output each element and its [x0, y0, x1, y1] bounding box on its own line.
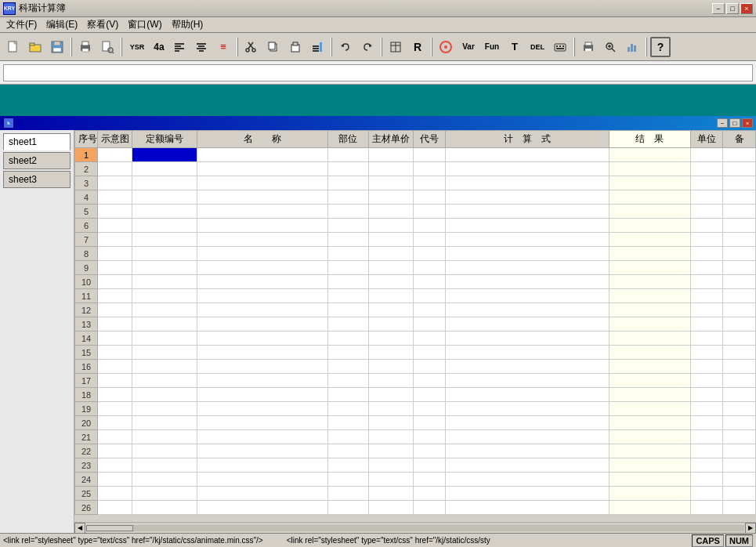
- cell-code-8[interactable]: [132, 247, 197, 261]
- row-number-12[interactable]: 12: [75, 303, 98, 317]
- row-number-10[interactable]: 10: [75, 275, 98, 289]
- cell-result-16[interactable]: [609, 360, 690, 374]
- cell-price-24[interactable]: [368, 473, 413, 487]
- cell-note-11[interactable]: [723, 289, 756, 303]
- cell-price-11[interactable]: [368, 289, 413, 303]
- cell-id-3[interactable]: [413, 176, 446, 190]
- cell-formula-21[interactable]: [446, 430, 609, 444]
- cell-code-20[interactable]: [132, 416, 197, 430]
- cell-pos-18[interactable]: [327, 388, 368, 402]
- cell-formula-13[interactable]: [446, 317, 609, 331]
- zoom-button[interactable]: [600, 37, 620, 57]
- cell-formula-2[interactable]: [446, 162, 609, 176]
- cell-formula-23[interactable]: [446, 458, 609, 473]
- cell-result-21[interactable]: [609, 430, 690, 444]
- cell-icon-13[interactable]: [98, 317, 132, 331]
- cell-formula-8[interactable]: [446, 247, 609, 261]
- align-right-button[interactable]: ≡: [213, 37, 233, 57]
- cell-id-25[interactable]: [413, 487, 446, 501]
- cell-name-24[interactable]: [197, 473, 328, 487]
- cell-code-21[interactable]: [132, 430, 197, 444]
- cell-code-14[interactable]: [132, 331, 197, 346]
- cell-unit-21[interactable]: [690, 430, 723, 444]
- row-number-5[interactable]: 5: [75, 205, 98, 219]
- menu-window[interactable]: 窗口(W): [123, 16, 166, 33]
- cell-code-23[interactable]: [132, 458, 197, 473]
- cell-code-11[interactable]: [132, 289, 197, 303]
- cell-icon-17[interactable]: [98, 374, 132, 388]
- cell-code-15[interactable]: [132, 346, 197, 360]
- cell-result-4[interactable]: [609, 190, 690, 205]
- cell-unit-19[interactable]: [690, 402, 723, 416]
- table-row[interactable]: 12: [75, 303, 756, 317]
- cell-name-10[interactable]: [197, 275, 328, 289]
- cell-name-8[interactable]: [197, 247, 328, 261]
- cell-code-25[interactable]: [132, 487, 197, 501]
- cell-icon-3[interactable]: [98, 176, 132, 190]
- cell-formula-17[interactable]: [446, 374, 609, 388]
- cell-pos-11[interactable]: [327, 289, 368, 303]
- circle-button[interactable]: [436, 37, 456, 57]
- redo-button[interactable]: [357, 37, 378, 57]
- cell-pos-19[interactable]: [327, 402, 368, 416]
- cell-result-5[interactable]: [609, 205, 690, 219]
- table-row[interactable]: 10: [75, 275, 756, 289]
- cell-note-1[interactable]: [723, 148, 756, 162]
- row-number-25[interactable]: 25: [75, 487, 98, 501]
- cell-code-16[interactable]: [132, 360, 197, 374]
- cell-unit-1[interactable]: [690, 148, 723, 162]
- cell-code-1[interactable]: [132, 148, 197, 162]
- cell-note-6[interactable]: [723, 219, 756, 233]
- row-number-1[interactable]: 1: [75, 148, 98, 162]
- cell-icon-11[interactable]: [98, 289, 132, 303]
- cell-unit-22[interactable]: [690, 444, 723, 458]
- table-row[interactable]: 6: [75, 219, 756, 233]
- row-number-20[interactable]: 20: [75, 416, 98, 430]
- cell-code-13[interactable]: [132, 317, 197, 331]
- cell-icon-24[interactable]: [98, 473, 132, 487]
- cell-result-26[interactable]: [609, 501, 690, 515]
- cell-unit-9[interactable]: [690, 261, 723, 275]
- cell-pos-25[interactable]: [327, 487, 368, 501]
- cell-icon-10[interactable]: [98, 275, 132, 289]
- cell-name-23[interactable]: [197, 458, 328, 473]
- row-number-13[interactable]: 13: [75, 317, 98, 331]
- cell-code-17[interactable]: [132, 374, 197, 388]
- cell-name-19[interactable]: [197, 402, 328, 416]
- cell-code-18[interactable]: [132, 388, 197, 402]
- cell-name-1[interactable]: [197, 148, 328, 162]
- cell-code-3[interactable]: [132, 176, 197, 190]
- cell-id-8[interactable]: [413, 247, 446, 261]
- preview-button[interactable]: [97, 37, 118, 57]
- cell-note-8[interactable]: [723, 247, 756, 261]
- t-button[interactable]: T: [505, 37, 525, 57]
- cell-code-22[interactable]: [132, 444, 197, 458]
- table-row[interactable]: 15: [75, 346, 756, 360]
- cell-result-12[interactable]: [609, 303, 690, 317]
- align-center-button[interactable]: [191, 37, 212, 57]
- cell-id-26[interactable]: [413, 501, 446, 515]
- cell-formula-1[interactable]: [446, 148, 609, 162]
- row-number-22[interactable]: 22: [75, 444, 98, 458]
- cell-id-1[interactable]: [413, 148, 446, 162]
- save-button[interactable]: [47, 37, 67, 57]
- cell-result-25[interactable]: [609, 487, 690, 501]
- cell-note-2[interactable]: [723, 162, 756, 176]
- cell-result-6[interactable]: [609, 219, 690, 233]
- cell-pos-22[interactable]: [327, 444, 368, 458]
- cell-price-7[interactable]: [368, 233, 413, 247]
- cell-pos-2[interactable]: [327, 162, 368, 176]
- inner-close-button[interactable]: ×: [742, 118, 753, 128]
- menu-view[interactable]: 察看(V): [82, 16, 123, 33]
- r-button[interactable]: R: [407, 37, 428, 57]
- cell-result-8[interactable]: [609, 247, 690, 261]
- cell-price-5[interactable]: [368, 205, 413, 219]
- cell-unit-16[interactable]: [690, 360, 723, 374]
- cell-price-1[interactable]: [368, 148, 413, 162]
- cell-price-19[interactable]: [368, 402, 413, 416]
- keyboard-button[interactable]: [550, 37, 570, 57]
- cell-id-7[interactable]: [413, 233, 446, 247]
- cell-formula-10[interactable]: [446, 275, 609, 289]
- cell-result-7[interactable]: [609, 233, 690, 247]
- cell-pos-9[interactable]: [327, 261, 368, 275]
